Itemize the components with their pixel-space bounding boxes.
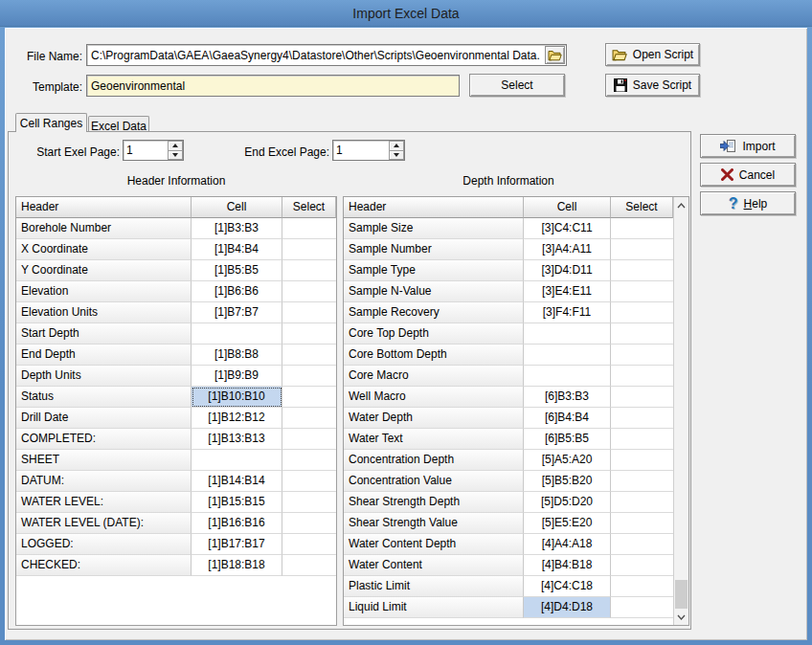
cell-range-cell[interactable]: [1]B9:B9 bbox=[192, 366, 282, 387]
select-cell[interactable] bbox=[611, 555, 673, 576]
row-header-cell[interactable]: Core Top Depth bbox=[344, 323, 524, 345]
row-header-cell[interactable]: Depth Units bbox=[16, 366, 192, 387]
select-cell[interactable] bbox=[611, 260, 673, 281]
cell-range-cell[interactable]: [1]B16:B16 bbox=[192, 513, 282, 534]
row-header-cell[interactable]: Water Text bbox=[344, 429, 524, 450]
row-header-cell[interactable]: Core Macro bbox=[344, 366, 524, 387]
cell-range-cell[interactable]: [1]B6:B6 bbox=[192, 281, 282, 302]
cell-range-cell[interactable]: [3]D4:D11 bbox=[524, 260, 611, 281]
cell-range-cell[interactable]: [3]F4:F11 bbox=[524, 302, 611, 323]
cell-range-cell[interactable]: [6]B3:B3 bbox=[524, 387, 611, 408]
select-cell[interactable] bbox=[611, 239, 673, 260]
spin-up-button[interactable] bbox=[389, 141, 404, 151]
row-header-cell[interactable]: Core Bottom Depth bbox=[344, 345, 524, 366]
cell-range-cell[interactable]: [1]B3:B3 bbox=[192, 218, 282, 239]
select-cell[interactable] bbox=[282, 534, 336, 555]
select-cell[interactable] bbox=[282, 471, 336, 492]
cell-range-cell[interactable]: [4]B4:B18 bbox=[524, 555, 611, 576]
spin-down-button[interactable] bbox=[168, 151, 183, 161]
cell-range-cell[interactable]: [3]A4:A11 bbox=[524, 239, 611, 260]
select-cell[interactable] bbox=[282, 492, 336, 513]
select-cell[interactable] bbox=[611, 534, 673, 555]
select-cell[interactable] bbox=[282, 387, 336, 408]
cell-range-cell[interactable]: [1]B7:B7 bbox=[192, 302, 282, 323]
end-excel-page-input[interactable] bbox=[333, 141, 389, 160]
cell-range-cell[interactable]: [1]B10:B10 bbox=[192, 387, 282, 408]
row-header-cell[interactable]: End Depth bbox=[16, 345, 192, 366]
cell-range-cell[interactable]: [4]D4:D18 bbox=[524, 597, 611, 618]
cell-range-cell[interactable]: [1]B4:B4 bbox=[192, 239, 282, 260]
cell-range-cell[interactable]: [1]B12:B12 bbox=[192, 408, 282, 429]
select-cell[interactable] bbox=[611, 281, 673, 302]
cell-range-cell[interactable] bbox=[192, 450, 282, 471]
cell-range-cell[interactable]: [1]B14:B14 bbox=[192, 471, 282, 492]
tab-cell-ranges[interactable]: Cell Ranges bbox=[15, 113, 87, 132]
row-header-cell[interactable]: Y Coordinate bbox=[16, 260, 192, 281]
select-cell[interactable] bbox=[611, 492, 673, 513]
select-cell[interactable] bbox=[282, 281, 336, 302]
import-button[interactable]: Import bbox=[700, 134, 796, 158]
select-cell[interactable] bbox=[611, 345, 673, 366]
select-cell[interactable] bbox=[282, 429, 336, 450]
tab-excel-data[interactable]: Excel Data bbox=[88, 116, 149, 131]
row-header-cell[interactable]: SHEET bbox=[16, 450, 192, 471]
cell-range-cell[interactable]: [5]E5:E20 bbox=[524, 513, 611, 534]
select-cell[interactable] bbox=[282, 555, 336, 576]
cell-range-cell[interactable]: [3]E4:E11 bbox=[524, 281, 611, 302]
cell-range-cell[interactable]: [1]B5:B5 bbox=[192, 260, 282, 281]
template-input[interactable] bbox=[88, 77, 458, 95]
select-cell[interactable] bbox=[282, 366, 336, 387]
cell-range-cell[interactable]: [5]A5:A20 bbox=[524, 450, 611, 471]
select-cell[interactable] bbox=[611, 218, 673, 239]
file-name-input[interactable] bbox=[88, 46, 542, 64]
cell-range-cell[interactable] bbox=[524, 345, 611, 366]
spin-up-button[interactable] bbox=[168, 141, 183, 151]
row-header-cell[interactable]: Borehole Number bbox=[16, 218, 192, 239]
cell-range-cell[interactable]: [1]B8:B8 bbox=[192, 345, 282, 366]
row-header-cell[interactable]: Concentration Value bbox=[344, 471, 524, 492]
scrollbar-thumb[interactable] bbox=[675, 580, 688, 609]
browse-file-button[interactable] bbox=[545, 46, 565, 64]
cell-range-cell[interactable]: [3]C4:C11 bbox=[524, 218, 611, 239]
scrollbar-down-button[interactable] bbox=[674, 609, 688, 625]
row-header-cell[interactable]: Shear Strength Depth bbox=[344, 492, 524, 513]
select-cell[interactable] bbox=[282, 260, 336, 281]
row-header-cell[interactable]: Sample N-Value bbox=[344, 281, 524, 302]
select-cell[interactable] bbox=[611, 597, 673, 618]
select-cell[interactable] bbox=[282, 239, 336, 260]
row-header-cell[interactable]: Sample Number bbox=[344, 239, 524, 260]
row-header-cell[interactable]: Concentration Depth bbox=[344, 450, 524, 471]
open-script-button[interactable]: Open Script bbox=[605, 43, 700, 66]
scrollbar-up-button[interactable] bbox=[674, 197, 688, 213]
select-cell[interactable] bbox=[611, 450, 673, 471]
cell-range-cell[interactable] bbox=[192, 323, 282, 345]
select-cell[interactable] bbox=[282, 302, 336, 323]
row-header-cell[interactable]: Sample Size bbox=[344, 218, 524, 239]
select-cell[interactable] bbox=[611, 323, 673, 345]
help-button[interactable]: ? Help bbox=[700, 191, 796, 215]
row-header-cell[interactable]: WATER LEVEL (DATE): bbox=[16, 513, 192, 534]
select-template-button[interactable]: Select bbox=[469, 74, 565, 97]
cell-range-cell[interactable]: [6]B5:B5 bbox=[524, 429, 611, 450]
cell-range-cell[interactable] bbox=[524, 366, 611, 387]
select-cell[interactable] bbox=[282, 450, 336, 471]
vertical-scrollbar[interactable] bbox=[673, 197, 688, 625]
row-header-cell[interactable]: Drill Date bbox=[16, 408, 192, 429]
row-header-cell[interactable]: Liquid Limit bbox=[344, 597, 524, 618]
row-header-cell[interactable]: Well Macro bbox=[344, 387, 524, 408]
select-cell[interactable] bbox=[611, 302, 673, 323]
select-cell[interactable] bbox=[282, 323, 336, 345]
row-header-cell[interactable]: Sample Type bbox=[344, 260, 524, 281]
row-header-cell[interactable]: Start Depth bbox=[16, 323, 192, 345]
cell-range-cell[interactable]: [4]C4:C18 bbox=[524, 576, 611, 597]
row-header-cell[interactable]: Water Depth bbox=[344, 408, 524, 429]
select-cell[interactable] bbox=[282, 513, 336, 534]
select-cell[interactable] bbox=[282, 345, 336, 366]
cell-range-cell[interactable] bbox=[524, 323, 611, 345]
row-header-cell[interactable]: Water Content bbox=[344, 555, 524, 576]
select-cell[interactable] bbox=[282, 218, 336, 239]
row-header-cell[interactable]: COMPLETED: bbox=[16, 429, 192, 450]
select-cell[interactable] bbox=[611, 366, 673, 387]
row-header-cell[interactable]: Sample Recovery bbox=[344, 302, 524, 323]
select-cell[interactable] bbox=[611, 429, 673, 450]
